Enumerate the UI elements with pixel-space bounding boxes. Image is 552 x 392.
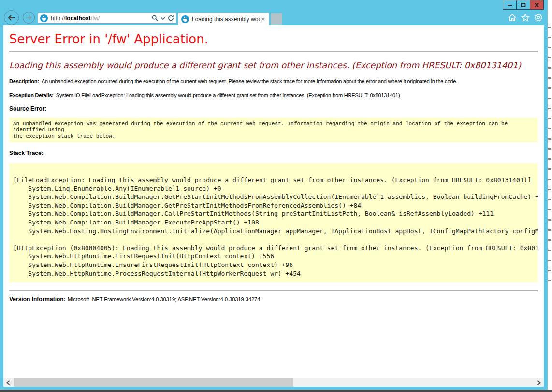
search-button[interactable] — [152, 15, 158, 21]
tab-close-button[interactable]: × — [260, 15, 266, 23]
stack-trace-label: Stack Trace: — [9, 150, 538, 156]
url-scheme: http:// — [51, 15, 65, 22]
gear-icon — [534, 14, 543, 22]
desktop-edge-strip — [0, 390, 552, 392]
chevron-down-icon — [161, 17, 165, 20]
version-label: Version Information: — [9, 296, 66, 303]
chevron-right-icon — [537, 380, 541, 385]
source-error-box: An unhandled exception was generated dur… — [9, 118, 538, 142]
back-arrow-icon — [7, 14, 15, 21]
page-viewport: Server Error in '/fw' Application. Loadi… — [3, 25, 544, 387]
star-icon — [521, 14, 530, 22]
description-line: Description:An unhandled exception occur… — [9, 78, 538, 84]
description-text: An unhandled exception occurred during t… — [42, 78, 457, 84]
browser-window: http://localhost/fw/ Loading this assemb… — [0, 0, 548, 390]
scroll-left-button[interactable] — [3, 378, 13, 387]
url-path: /fw/ — [91, 15, 100, 22]
version-text: Microsoft .NET Framework Version:4.0.303… — [68, 296, 261, 302]
back-button[interactable] — [4, 10, 19, 25]
tab-title: Loading this assembly woul... — [192, 16, 260, 23]
close-button[interactable] — [530, 0, 544, 10]
background-window-sliver — [548, 0, 552, 390]
exception-details-text: System.IO.FileLoadException: Loading thi… — [56, 92, 400, 98]
exception-details-line: Exception Details:System.IO.FileLoadExce… — [9, 92, 538, 98]
error-subtitle: Loading this assembly would produce a di… — [9, 60, 538, 70]
page-title: Server Error in '/fw' Application. — [9, 32, 538, 46]
maximize-icon — [521, 2, 526, 8]
search-icon — [152, 15, 158, 21]
chrome-toolbar-icons — [508, 14, 543, 24]
divider — [9, 290, 538, 291]
forward-button[interactable] — [23, 12, 35, 24]
window-controls — [503, 0, 544, 10]
browser-chrome: http://localhost/fw/ Loading this assemb… — [0, 0, 548, 25]
refresh-icon — [168, 15, 174, 21]
settings-button[interactable] — [534, 14, 543, 24]
address-bar[interactable]: http://localhost/fw/ — [38, 13, 176, 24]
error-page: Server Error in '/fw' Application. Loadi… — [3, 32, 544, 303]
stack-trace-box: [FileLoadException: Loading this assembl… — [9, 163, 538, 282]
chevron-left-icon — [6, 380, 10, 385]
minimize-button[interactable] — [503, 0, 517, 10]
address-bar-controls — [149, 15, 174, 21]
exception-details-label: Exception Details: — [9, 92, 54, 98]
favorites-button[interactable] — [521, 14, 530, 24]
maximize-button[interactable] — [516, 0, 530, 10]
description-label: Description: — [9, 78, 39, 84]
minimize-icon — [507, 2, 512, 8]
page-favicon — [40, 14, 48, 22]
new-tab-button[interactable] — [271, 13, 282, 25]
url-text[interactable]: http://localhost/fw/ — [51, 15, 149, 22]
forward-arrow-icon — [26, 15, 32, 21]
home-button[interactable] — [508, 14, 517, 24]
version-line: Version Information:Microsoft .NET Frame… — [9, 296, 538, 303]
search-dropdown-button[interactable] — [161, 17, 165, 20]
scrollbar-thumb[interactable] — [14, 378, 293, 387]
url-domain: localhost — [65, 15, 91, 22]
divider — [9, 51, 538, 52]
home-icon — [508, 14, 517, 22]
scroll-right-button[interactable] — [534, 378, 544, 387]
refresh-button[interactable] — [168, 15, 174, 21]
source-error-label: Source Error: — [9, 105, 538, 112]
tab-favicon — [181, 15, 189, 23]
horizontal-scrollbar[interactable] — [3, 378, 544, 387]
close-icon — [534, 2, 539, 8]
browser-tab[interactable]: Loading this assembly woul... × — [178, 13, 269, 25]
